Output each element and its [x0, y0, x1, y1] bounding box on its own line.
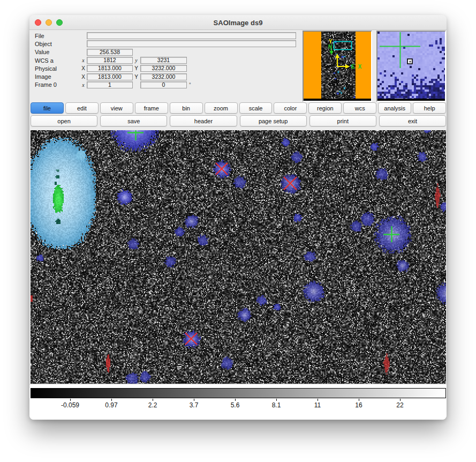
- menu-button-scale[interactable]: scale: [239, 102, 273, 114]
- info-value-field[interactable]: 3231: [140, 57, 187, 64]
- colorbar-tick: [194, 399, 194, 401]
- image-frame: [31, 130, 446, 384]
- colorbar-tick: [400, 399, 401, 401]
- info-value-field[interactable]: [87, 32, 296, 39]
- menu-button-help[interactable]: help: [413, 102, 446, 114]
- info-value-field[interactable]: 3232.000: [140, 65, 187, 72]
- coord-axis-label: x: [80, 57, 87, 63]
- colorbar-tick: [70, 399, 71, 401]
- app-window: SAOImage ds9 FileObjectValue256.538WCS a…: [29, 15, 447, 420]
- info-value-field[interactable]: 256.538: [87, 49, 133, 56]
- menu-button-edit[interactable]: edit: [65, 102, 99, 114]
- colorbar-tick-label: 16: [355, 401, 362, 409]
- colorbar-tick-label: 3.7: [190, 401, 199, 409]
- info-label: Frame 0: [35, 81, 80, 88]
- menu-button-file[interactable]: file: [31, 102, 64, 114]
- coord-axis-label: y: [133, 57, 140, 63]
- menu-button-color[interactable]: color: [274, 102, 307, 114]
- colorbar-strip: -0.0590.972.23.75.68.1111622: [29, 385, 447, 420]
- colorbar-tick: [111, 399, 112, 401]
- colorbar-tick: [318, 399, 318, 401]
- info-row-frame-0: Frame 0x10°: [35, 81, 301, 89]
- action-button-page-setup[interactable]: page setup: [240, 115, 307, 126]
- coord-axis-label: Y: [133, 74, 140, 80]
- colorbar-tick-label: 8.1: [272, 401, 281, 409]
- menu-button-zoom[interactable]: zoom: [205, 102, 238, 114]
- action-button-print[interactable]: print: [309, 115, 376, 126]
- action-button-save[interactable]: save: [100, 115, 167, 126]
- colorbar-tick: [276, 399, 277, 401]
- colorbar-tick: [235, 399, 236, 401]
- info-row-value: Value256.538: [35, 48, 301, 56]
- panner-panel: [303, 31, 372, 102]
- info-label: Image: [35, 73, 80, 80]
- colorbar-tick-label: 5.6: [231, 401, 240, 409]
- menu-button-region[interactable]: region: [308, 102, 342, 114]
- colorbar-tick-label: 2.2: [148, 401, 157, 409]
- info-value-field[interactable]: [87, 40, 296, 47]
- info-panel: FileObjectValue256.538WCS ax1812y3231Phy…: [35, 32, 301, 89]
- colorbar-tick-label: -0.059: [61, 401, 79, 409]
- menu-button-bar: fileeditviewframebinzoomscalecolorregion…: [31, 102, 446, 114]
- info-label: Physical: [35, 65, 80, 72]
- info-row-object: Object: [35, 40, 301, 48]
- info-label: Object: [35, 41, 80, 47]
- action-button-header[interactable]: header: [170, 115, 237, 126]
- title-bar[interactable]: SAOImage ds9: [29, 15, 447, 30]
- file-action-bar: opensaveheaderpage setupprintexit: [31, 115, 446, 126]
- colorbar-tick-label: 11: [314, 401, 321, 409]
- info-label: File: [35, 33, 80, 39]
- coord-axis-label: x: [80, 82, 87, 88]
- panner-display[interactable]: [304, 32, 371, 99]
- colorbar-tick-label: 0.97: [105, 401, 117, 409]
- coord-axis-label: X: [80, 65, 87, 71]
- coord-axis-label: Y: [133, 65, 140, 71]
- magnifier-panel: [376, 31, 446, 102]
- info-value-field[interactable]: 1813.000: [87, 73, 133, 80]
- menu-button-frame[interactable]: frame: [135, 102, 168, 114]
- coord-axis-label: X: [80, 74, 87, 80]
- info-value-field[interactable]: 1: [87, 81, 133, 88]
- colorbar-tick: [153, 399, 153, 401]
- colorbar-tick: [359, 399, 359, 401]
- info-row-file: File: [35, 32, 301, 40]
- window-title: SAOImage ds9: [29, 19, 447, 27]
- info-value-field[interactable]: 0: [140, 81, 187, 88]
- info-row-physical: PhysicalX1813.000Y3232.000: [35, 64, 301, 72]
- info-label: WCS a: [35, 57, 80, 64]
- image-display[interactable]: [31, 130, 446, 384]
- info-value-field[interactable]: 1813.000: [87, 65, 133, 72]
- info-row-image: ImageX1813.000Y3232.000: [35, 72, 301, 80]
- colorbar-tick-label: 22: [396, 401, 403, 409]
- action-button-exit[interactable]: exit: [379, 115, 446, 126]
- info-row-wcs-a: WCS ax1812y3231: [35, 56, 301, 64]
- magnifier-display[interactable]: [377, 32, 445, 99]
- action-button-open[interactable]: open: [31, 115, 97, 126]
- menu-button-wcs[interactable]: wcs: [343, 102, 376, 114]
- info-label: Value: [35, 49, 80, 55]
- menu-button-analysis[interactable]: analysis: [378, 102, 411, 114]
- colorbar-gradient[interactable]: [31, 388, 446, 398]
- info-value-field[interactable]: 1812: [87, 57, 133, 64]
- info-value-field[interactable]: 3232.000: [140, 73, 187, 80]
- menu-button-bin[interactable]: bin: [170, 102, 203, 114]
- menu-button-view[interactable]: view: [100, 102, 133, 114]
- degree-symbol: °: [189, 82, 191, 87]
